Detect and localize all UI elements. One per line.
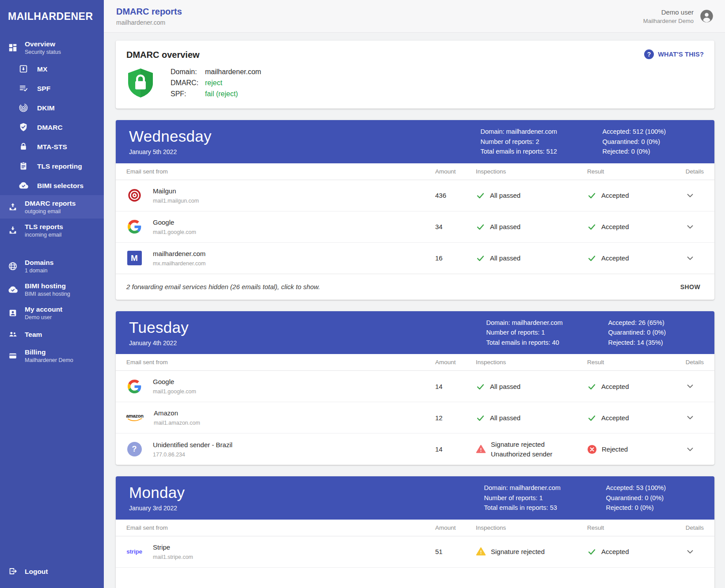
- app-window: MAILHARDENER OverviewSecurity status MX …: [0, 0, 725, 588]
- chevron-down-icon[interactable]: [685, 445, 695, 454]
- table-header: Email sent from Amount Inspections Resul…: [116, 163, 714, 180]
- sidebar-item-billing[interactable]: BillingMailhardener Demo: [0, 344, 104, 367]
- sidebar-item-bimi-hosting[interactable]: BIMI hostingBIMI asset hosting: [0, 278, 104, 301]
- chevron-down-icon[interactable]: [685, 547, 695, 557]
- clipboard-icon: [19, 161, 28, 171]
- sidebar-item-dkim[interactable]: DKIM: [0, 98, 104, 117]
- overview-domain-value: mailhardener.com: [205, 68, 261, 76]
- check-icon: [476, 382, 485, 391]
- dashboard-icon: [8, 43, 18, 53]
- amount: 436: [435, 192, 476, 199]
- table-row-google[interactable]: Googlemail1.google.com 34 All passed Acc…: [116, 211, 714, 243]
- check-icon: [587, 547, 596, 556]
- overview-dmarc-value: reject: [205, 79, 222, 87]
- tray-down-icon: [8, 226, 18, 235]
- sidebar: MAILHARDENER OverviewSecurity status MX …: [0, 0, 104, 588]
- stat-reports: Number of reports: 1: [484, 494, 587, 502]
- day-card-wednesday: Wednesday January 5th 2022 Domain: mailh…: [116, 120, 714, 300]
- avatar-icon[interactable]: [700, 9, 714, 23]
- amount: 12: [435, 414, 476, 422]
- chevron-down-icon[interactable]: [685, 381, 695, 391]
- stat-accepted: Accepted: 512 (100%): [603, 128, 666, 136]
- credit-card-icon: [8, 351, 18, 361]
- table-row-unidentified-sender[interactable]: ? Unidentified sender - Brazil177.0.86.2…: [116, 433, 714, 465]
- stat-quarantined: Quarantined: 0 (0%): [603, 138, 666, 146]
- unknown-sender-logo: ?: [126, 442, 142, 456]
- check-icon: [587, 382, 596, 391]
- chevron-down-icon[interactable]: [685, 191, 695, 200]
- check-icon: [476, 222, 485, 231]
- check-icon: [587, 413, 596, 422]
- day-card-monday: Monday January 3rd 2022 Domain: mailhard…: [116, 476, 714, 588]
- sidebar-item-spf[interactable]: SPF: [0, 79, 104, 98]
- table-row-mailgun[interactable]: Mailgunmail1.mailgun.com 436 All passed …: [116, 180, 714, 211]
- sidebar-item-mx[interactable]: MX: [0, 59, 104, 79]
- table-row-mailhardener[interactable]: M mailhardener.commx.mailhardener.com 16…: [116, 243, 714, 274]
- sidebar-item-dmarc[interactable]: DMARC: [0, 117, 104, 137]
- sidebar-item-my-account[interactable]: My accountDemo user: [0, 301, 104, 324]
- stat-accepted: Accepted: 53 (100%): [606, 484, 666, 492]
- stat-domain: Domain: mailhardener.com: [484, 484, 587, 492]
- hidden-services-row[interactable]: 2 forwarding email services hidden (26 e…: [116, 274, 714, 300]
- person-badge-icon: [8, 308, 18, 318]
- chevron-down-icon[interactable]: [685, 222, 695, 232]
- chevron-down-icon[interactable]: [685, 253, 695, 263]
- stat-reports: Number of reports: 1: [486, 329, 588, 337]
- sidebar-item-overview[interactable]: OverviewSecurity status: [0, 36, 104, 59]
- team-icon: [8, 329, 18, 339]
- overview-title: DMARC overview: [126, 50, 704, 60]
- warning-triangle-icon: [476, 444, 486, 454]
- overview-dmarc-row: DMARC: reject: [171, 79, 261, 87]
- tray-up-icon: [8, 202, 18, 212]
- user-menu[interactable]: Demo user Mailhardener Demo: [643, 8, 714, 24]
- content-area: DMARC overview ? WHAT'S THIS? Domain:: [104, 33, 725, 588]
- day-name: Monday: [129, 483, 185, 502]
- check-icon: [476, 253, 485, 263]
- check-icon: [476, 413, 485, 422]
- whats-this-link[interactable]: ? WHAT'S THIS?: [644, 49, 704, 59]
- shield-check-icon: [19, 122, 28, 132]
- lock-icon: [19, 142, 28, 151]
- check-icon: [587, 222, 596, 231]
- user-name: Demo user: [643, 8, 694, 16]
- table-row-amazon[interactable]: amazon Amazonmail1.amazon.com 12 All pas…: [116, 402, 714, 433]
- table-row-google[interactable]: Googlemail1.google.com 14 All passed Acc…: [116, 371, 714, 402]
- chevron-down-icon[interactable]: [685, 413, 695, 422]
- sidebar-item-team[interactable]: Team: [0, 324, 104, 344]
- stat-reports: Number of reports: 2: [481, 138, 583, 146]
- logout-icon: [8, 566, 18, 576]
- logout-button[interactable]: Logout: [0, 562, 104, 581]
- stat-rejected: Rejected: 14 (35%): [608, 339, 666, 347]
- day-date: January 3rd 2022: [129, 505, 185, 512]
- table-header: Email sent from Amount Inspections Resul…: [116, 354, 714, 371]
- sidebar-item-tls-reporting[interactable]: TLS reporting: [0, 156, 104, 176]
- page-title: DMARC reports: [116, 7, 182, 17]
- sidebar-item-bimi-selectors[interactable]: BIMI selectors: [0, 176, 104, 195]
- show-button[interactable]: SHOW: [677, 281, 704, 293]
- sidebar-item-tls-reports[interactable]: TLS reportsincoming email: [0, 219, 104, 242]
- table-row-stripe[interactable]: stripe Stripemail1.stripe.com 51 Signatu…: [116, 536, 714, 568]
- check-icon: [587, 191, 596, 200]
- hidden-services-text: 2 forwarding email services hidden (26 e…: [126, 283, 320, 290]
- day-name: Tuesday: [129, 318, 189, 337]
- sidebar-item-mta-sts[interactable]: MTA-STS: [0, 137, 104, 156]
- brand-logo: MAILHARDENER: [0, 0, 104, 36]
- amount: 34: [435, 223, 476, 230]
- amount: 14: [435, 383, 476, 390]
- sidebar-item-dmarc-reports[interactable]: DMARC reportsoutgoing email: [0, 195, 104, 219]
- table-row-partial: [116, 568, 714, 588]
- sidebar-item-domains[interactable]: Domains1 domain: [0, 254, 104, 278]
- cloud-check-icon: [19, 181, 28, 190]
- top-bar: DMARC reports mailhardener.com Demo user…: [104, 0, 725, 33]
- day-header: Monday January 3rd 2022 Domain: mailhard…: [116, 476, 714, 520]
- day-name: Wednesday: [129, 127, 212, 146]
- overview-spf-row: SPF: fail (reject): [171, 90, 261, 98]
- cloud-check-icon: [8, 285, 18, 294]
- stat-total: Total emails in reports: 40: [486, 339, 588, 347]
- warning-triangle-icon: [476, 547, 486, 557]
- google-logo: [126, 380, 142, 393]
- fingerprint-icon: [19, 103, 28, 113]
- amount: 14: [435, 445, 476, 453]
- sidebar-item-sublabel: Security status: [25, 49, 61, 55]
- stat-total: Total emails in reports: 512: [481, 148, 583, 156]
